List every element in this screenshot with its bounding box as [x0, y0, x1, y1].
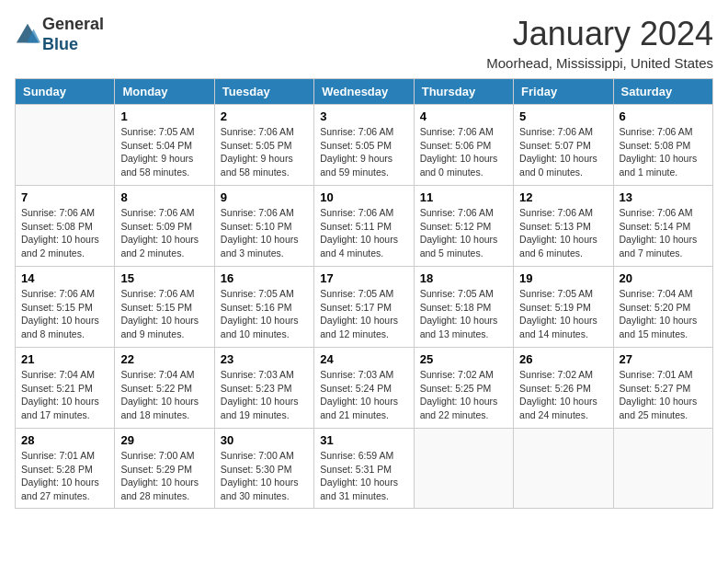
day-info: Sunrise: 7:04 AMSunset: 5:22 PMDaylight:…	[120, 368, 208, 422]
calendar-cell-w3-d4: 17Sunrise: 7:05 AMSunset: 5:17 PMDayligh…	[314, 267, 414, 348]
calendar-cell-w2-d6: 12Sunrise: 7:06 AMSunset: 5:13 PMDayligh…	[514, 186, 613, 267]
calendar-cell-w5-d1: 28Sunrise: 7:01 AMSunset: 5:28 PMDayligh…	[16, 429, 115, 509]
calendar-cell-w1-d1	[16, 105, 115, 186]
day-number: 30	[221, 433, 308, 447]
day-number: 17	[320, 271, 407, 285]
calendar-cell-w4-d4: 24Sunrise: 7:03 AMSunset: 5:24 PMDayligh…	[314, 348, 414, 429]
logo-icon	[15, 22, 40, 48]
day-number: 11	[420, 190, 507, 204]
day-number: 6	[620, 109, 707, 123]
day-number: 25	[420, 352, 507, 366]
day-info: Sunrise: 7:06 AMSunset: 5:11 PMDaylight:…	[320, 206, 407, 260]
calendar-cell-w3-d7: 20Sunrise: 7:04 AMSunset: 5:20 PMDayligh…	[613, 267, 712, 348]
calendar-cell-w5-d4: 31Sunrise: 6:59 AMSunset: 5:31 PMDayligh…	[314, 429, 414, 509]
header-wednesday: Wednesday	[314, 79, 414, 105]
day-number: 4	[420, 109, 507, 123]
header-monday: Monday	[115, 79, 214, 105]
calendar-cell-w1-d3: 2Sunrise: 7:06 AMSunset: 5:05 PMDaylight…	[214, 105, 313, 186]
day-number: 24	[320, 352, 407, 366]
day-info: Sunrise: 7:05 AMSunset: 5:17 PMDaylight:…	[320, 287, 407, 341]
calendar-cell-w1-d2: 1Sunrise: 7:05 AMSunset: 5:04 PMDaylight…	[115, 105, 214, 186]
day-info: Sunrise: 7:03 AMSunset: 5:23 PMDaylight:…	[221, 368, 308, 422]
calendar-header-row: Sunday Monday Tuesday Wednesday Thursday…	[16, 79, 713, 105]
day-info: Sunrise: 7:06 AMSunset: 5:14 PMDaylight:…	[620, 206, 707, 260]
calendar-cell-w5-d2: 29Sunrise: 7:00 AMSunset: 5:29 PMDayligh…	[115, 429, 214, 509]
day-number: 20	[620, 271, 707, 285]
day-info: Sunrise: 7:05 AMSunset: 5:04 PMDaylight:…	[120, 125, 208, 179]
calendar-cell-w2-d3: 9Sunrise: 7:06 AMSunset: 5:10 PMDaylight…	[214, 186, 313, 267]
day-info: Sunrise: 7:05 AMSunset: 5:18 PMDaylight:…	[420, 287, 507, 341]
calendar-cell-w4-d1: 21Sunrise: 7:04 AMSunset: 5:21 PMDayligh…	[16, 348, 115, 429]
day-info: Sunrise: 7:06 AMSunset: 5:15 PMDaylight:…	[21, 287, 108, 341]
calendar-table: Sunday Monday Tuesday Wednesday Thursday…	[15, 78, 713, 509]
header-tuesday: Tuesday	[214, 79, 313, 105]
day-number: 23	[221, 352, 308, 366]
day-number: 28	[21, 433, 108, 447]
day-info: Sunrise: 7:01 AMSunset: 5:28 PMDaylight:…	[21, 449, 108, 503]
calendar-week-1: 1Sunrise: 7:05 AMSunset: 5:04 PMDaylight…	[16, 105, 713, 186]
day-number: 12	[519, 190, 607, 204]
calendar-cell-w4-d6: 26Sunrise: 7:02 AMSunset: 5:26 PMDayligh…	[514, 348, 613, 429]
day-number: 16	[221, 271, 308, 285]
calendar-cell-w1-d4: 3Sunrise: 7:06 AMSunset: 5:05 PMDaylight…	[314, 105, 414, 186]
header-thursday: Thursday	[414, 79, 513, 105]
calendar-cell-w5-d6	[514, 429, 613, 509]
day-info: Sunrise: 7:06 AMSunset: 5:10 PMDaylight:…	[221, 206, 308, 260]
day-number: 22	[120, 352, 208, 366]
calendar-cell-w1-d6: 5Sunrise: 7:06 AMSunset: 5:07 PMDaylight…	[514, 105, 613, 186]
day-info: Sunrise: 7:06 AMSunset: 5:13 PMDaylight:…	[519, 206, 607, 260]
header-sunday: Sunday	[16, 79, 115, 105]
day-number: 7	[21, 190, 108, 204]
day-info: Sunrise: 7:06 AMSunset: 5:05 PMDaylight:…	[221, 125, 308, 179]
day-number: 1	[120, 109, 208, 123]
calendar-cell-w2-d5: 11Sunrise: 7:06 AMSunset: 5:12 PMDayligh…	[414, 186, 513, 267]
day-info: Sunrise: 7:02 AMSunset: 5:26 PMDaylight:…	[519, 368, 607, 422]
calendar-cell-w2-d4: 10Sunrise: 7:06 AMSunset: 5:11 PMDayligh…	[314, 186, 414, 267]
logo: General Blue	[15, 15, 104, 54]
day-info: Sunrise: 7:05 AMSunset: 5:16 PMDaylight:…	[221, 287, 308, 341]
calendar-cell-w4-d3: 23Sunrise: 7:03 AMSunset: 5:23 PMDayligh…	[214, 348, 313, 429]
day-info: Sunrise: 7:04 AMSunset: 5:21 PMDaylight:…	[21, 368, 108, 422]
day-number: 18	[420, 271, 507, 285]
day-info: Sunrise: 7:00 AMSunset: 5:29 PMDaylight:…	[120, 449, 208, 503]
header-saturday: Saturday	[613, 79, 712, 105]
calendar-cell-w2-d1: 7Sunrise: 7:06 AMSunset: 5:08 PMDaylight…	[16, 186, 115, 267]
day-info: Sunrise: 7:06 AMSunset: 5:06 PMDaylight:…	[420, 125, 507, 179]
calendar-cell-w1-d5: 4Sunrise: 7:06 AMSunset: 5:06 PMDaylight…	[414, 105, 513, 186]
page-header: General Blue January 2024 Moorhead, Miss…	[15, 15, 713, 71]
calendar-cell-w3-d3: 16Sunrise: 7:05 AMSunset: 5:16 PMDayligh…	[214, 267, 313, 348]
day-number: 29	[120, 433, 208, 447]
day-number: 26	[519, 352, 607, 366]
calendar-cell-w4-d7: 27Sunrise: 7:01 AMSunset: 5:27 PMDayligh…	[613, 348, 712, 429]
day-number: 10	[320, 190, 407, 204]
header-friday: Friday	[514, 79, 613, 105]
day-info: Sunrise: 7:06 AMSunset: 5:09 PMDaylight:…	[120, 206, 208, 260]
day-number: 14	[21, 271, 108, 285]
day-info: Sunrise: 7:06 AMSunset: 5:12 PMDaylight:…	[420, 206, 507, 260]
calendar-week-5: 28Sunrise: 7:01 AMSunset: 5:28 PMDayligh…	[16, 429, 713, 509]
calendar-cell-w4-d2: 22Sunrise: 7:04 AMSunset: 5:22 PMDayligh…	[115, 348, 214, 429]
calendar-cell-w4-d5: 25Sunrise: 7:02 AMSunset: 5:25 PMDayligh…	[414, 348, 513, 429]
day-info: Sunrise: 7:03 AMSunset: 5:24 PMDaylight:…	[320, 368, 407, 422]
day-info: Sunrise: 7:04 AMSunset: 5:20 PMDaylight:…	[620, 287, 707, 341]
location: Moorhead, Mississippi, United States	[486, 55, 713, 71]
calendar-week-4: 21Sunrise: 7:04 AMSunset: 5:21 PMDayligh…	[16, 348, 713, 429]
day-number: 19	[519, 271, 607, 285]
calendar-cell-w3-d6: 19Sunrise: 7:05 AMSunset: 5:19 PMDayligh…	[514, 267, 613, 348]
day-info: Sunrise: 7:06 AMSunset: 5:08 PMDaylight:…	[21, 206, 108, 260]
calendar-cell-w2-d2: 8Sunrise: 7:06 AMSunset: 5:09 PMDaylight…	[115, 186, 214, 267]
day-number: 9	[221, 190, 308, 204]
calendar-week-3: 14Sunrise: 7:06 AMSunset: 5:15 PMDayligh…	[16, 267, 713, 348]
day-number: 8	[120, 190, 208, 204]
day-info: Sunrise: 6:59 AMSunset: 5:31 PMDaylight:…	[320, 449, 407, 503]
logo-text: General Blue	[42, 15, 104, 54]
day-number: 27	[620, 352, 707, 366]
day-info: Sunrise: 7:06 AMSunset: 5:07 PMDaylight:…	[519, 125, 607, 179]
day-info: Sunrise: 7:06 AMSunset: 5:15 PMDaylight:…	[120, 287, 208, 341]
calendar-cell-w3-d2: 15Sunrise: 7:06 AMSunset: 5:15 PMDayligh…	[115, 267, 214, 348]
calendar-cell-w3-d5: 18Sunrise: 7:05 AMSunset: 5:18 PMDayligh…	[414, 267, 513, 348]
day-number: 2	[221, 109, 308, 123]
day-info: Sunrise: 7:00 AMSunset: 5:30 PMDaylight:…	[221, 449, 308, 503]
logo-line2: Blue	[42, 35, 104, 55]
day-info: Sunrise: 7:01 AMSunset: 5:27 PMDaylight:…	[620, 368, 707, 422]
